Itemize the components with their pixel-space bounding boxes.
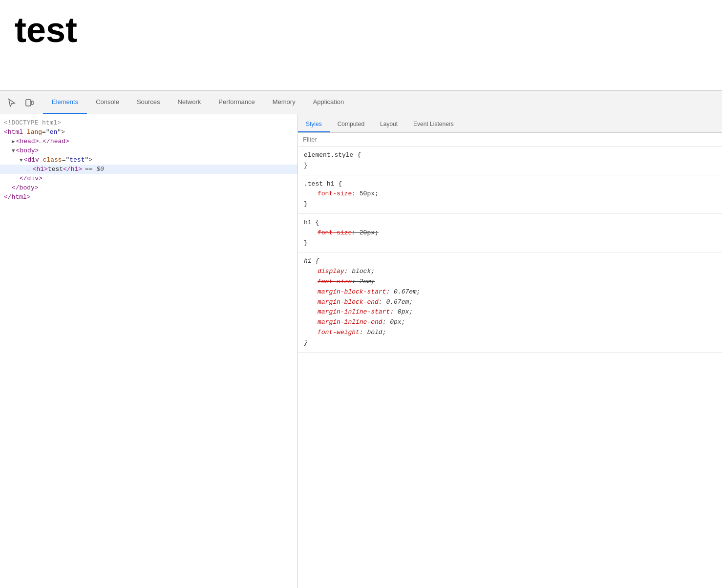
- dom-line-html[interactable]: <html lang =" en ">: [0, 127, 297, 137]
- tab-network[interactable]: Network: [169, 91, 210, 114]
- dom-line-html-close[interactable]: </html>: [0, 192, 297, 202]
- rule-prop-margin-block-end: margin-block-end : 0.67em;: [304, 297, 716, 308]
- rule-prop-font-size-20: font-size : 20px;: [304, 228, 716, 238]
- rule-prop-margin-inline-start: margin-inline-start : 0px;: [304, 307, 716, 317]
- tab-console[interactable]: Console: [87, 91, 128, 114]
- tab-memory[interactable]: Memory: [264, 91, 304, 114]
- toolbar-icons: [4, 95, 37, 110]
- svg-rect-1: [31, 101, 33, 105]
- rule-selector-h1-20: h1 {: [304, 218, 716, 228]
- subtab-computed[interactable]: Computed: [330, 121, 372, 132]
- devtools-toolbar: Elements Console Sources Network Perform…: [0, 91, 722, 114]
- rule-close-test-h1: }: [304, 199, 716, 210]
- rule-selector-h1-ua: h1 {: [304, 256, 716, 267]
- rule-prop-font-size-50: font-size : 50px;: [304, 189, 716, 199]
- rule-element-style: element.style { }: [298, 147, 722, 175]
- rule-selector-test-h1: .test h1 {: [304, 179, 716, 189]
- dom-line-head[interactable]: ▶ <head> … </head>: [0, 137, 297, 146]
- tab-performance[interactable]: Performance: [210, 91, 263, 114]
- dom-panel[interactable]: <!DOCTYPE html> <html lang =" en "> ▶ <h…: [0, 114, 298, 588]
- tab-sources[interactable]: Sources: [128, 91, 169, 114]
- devtools-tabs: Elements Console Sources Network Perform…: [43, 91, 718, 114]
- rule-prop-font-weight: font-weight : bold;: [304, 328, 716, 338]
- dom-line-body-close[interactable]: </body>: [0, 183, 297, 192]
- filter-label: Filter: [303, 136, 317, 143]
- rule-prop-font-size-2em: font-size : 2em;: [304, 277, 716, 287]
- subtab-styles[interactable]: Styles: [298, 121, 330, 132]
- rule-test-h1: .test h1 { font-size : 50px; }: [298, 175, 722, 214]
- devtools-main: <!DOCTYPE html> <html lang =" en "> ▶ <h…: [0, 114, 722, 588]
- cursor-tool-button[interactable]: [4, 95, 20, 110]
- styles-content[interactable]: element.style { } .test h1 { font-size :…: [298, 147, 722, 588]
- device-toggle-button[interactable]: [21, 95, 37, 110]
- devtools-panel: Elements Console Sources Network Perform…: [0, 90, 722, 588]
- dom-line-body-open[interactable]: ▼ <body>: [0, 146, 297, 155]
- dom-line-doctype: <!DOCTYPE html>: [0, 118, 297, 127]
- styles-subtabs: Styles Computed Layout Event Listeners: [298, 114, 722, 133]
- page-title: test: [15, 10, 77, 50]
- styles-panel: Styles Computed Layout Event Listeners F…: [298, 114, 722, 588]
- dom-line-div-close[interactable]: </div>: [0, 174, 297, 183]
- subtab-event-listeners[interactable]: Event Listeners: [405, 121, 462, 132]
- dom-line-div-open[interactable]: ▼ <div class =" test ">: [0, 155, 297, 165]
- rule-close-h1-ua: }: [304, 338, 716, 348]
- rule-h1-ua: h1 { display : block; font-size : 2em; m…: [298, 252, 722, 352]
- rule-prop-margin-block-start: margin-block-start : 0.67em;: [304, 287, 716, 297]
- rule-prop-display: display : block;: [304, 267, 716, 277]
- dom-line-h1[interactable]: … <h1> test </h1> == $0: [0, 165, 297, 174]
- rule-prop-margin-inline-end: margin-inline-end : 0px;: [304, 317, 716, 328]
- rule-h1-20px: h1 { font-size : 20px; }: [298, 214, 722, 252]
- svg-rect-0: [26, 100, 31, 106]
- tab-application[interactable]: Application: [304, 91, 353, 114]
- rule-close-h1-20: }: [304, 238, 716, 249]
- rule-close-element-style: }: [304, 161, 716, 171]
- page-content: test: [0, 0, 722, 90]
- subtab-layout[interactable]: Layout: [372, 121, 405, 132]
- styles-filter-bar[interactable]: Filter: [298, 133, 722, 147]
- rule-selector-element-style: element.style {: [304, 150, 716, 161]
- tab-elements[interactable]: Elements: [43, 91, 87, 114]
